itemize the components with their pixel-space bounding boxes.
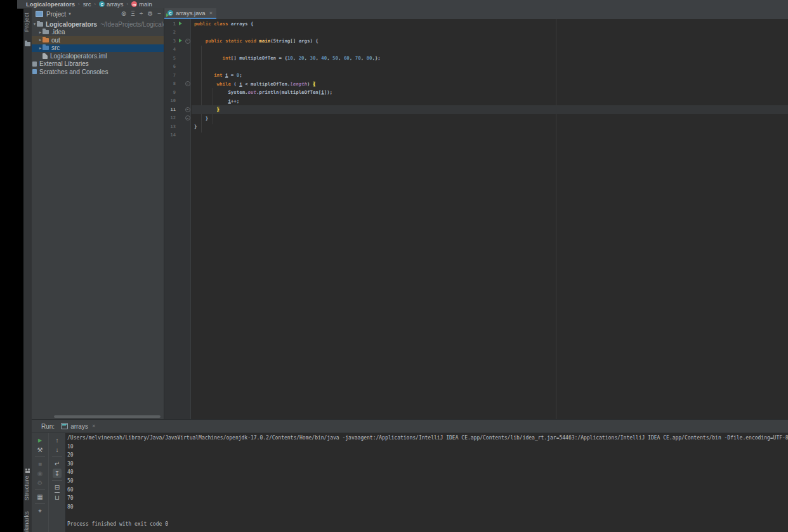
code-line-7[interactable]: 7 int i = 0; <box>164 71 788 80</box>
dump-threads-icon[interactable]: ◉ <box>37 469 43 478</box>
line-number[interactable]: 10 <box>164 98 177 103</box>
hide-panel-icon[interactable]: − <box>157 11 161 17</box>
fold-marker-icon[interactable]: − <box>185 115 190 120</box>
tool-window-button-project[interactable]: Project <box>23 13 32 32</box>
tree-item--idea[interactable]: ▸.idea <box>32 29 164 37</box>
chevron-icon[interactable]: ▾ <box>32 22 37 27</box>
tool-window-button-bookmarks[interactable]: Bookmarks <box>23 511 32 532</box>
line-number[interactable]: 9 <box>164 90 177 95</box>
collapse-all-icon[interactable]: ÷ <box>140 11 143 17</box>
code-text[interactable]: System.out.println(multipleOfTen[i]); <box>192 88 788 97</box>
fold-start-icon[interactable]: − <box>183 81 192 86</box>
code-line-8[interactable]: 8− while ( i < multipleOfTen.length) { <box>164 80 788 89</box>
soft-wrap-icon[interactable]: ↵ <box>55 459 60 469</box>
locate-icon[interactable]: ⊗ <box>121 11 126 17</box>
down-arrow-icon[interactable]: ↓ <box>56 445 59 455</box>
code-line-10[interactable]: 10 i++; <box>164 97 788 106</box>
run-tab-arrays[interactable]: arrays ✕ <box>61 423 96 430</box>
expand-all-icon[interactable]: Ξ <box>131 11 135 17</box>
code-text[interactable]: } <box>192 122 788 131</box>
tree-item-scratches-and-consoles[interactable]: Scratches and Consoles <box>32 68 164 76</box>
code-line-13[interactable]: 13} <box>164 122 788 131</box>
code-line-4[interactable]: 4 <box>164 46 788 55</box>
code-text[interactable]: public class arrays { <box>192 20 788 29</box>
fold-marker-icon[interactable]: − <box>185 107 190 112</box>
profiler-icon[interactable]: ⚙ <box>37 478 43 488</box>
line-number[interactable]: 4 <box>164 47 177 52</box>
trash-icon[interactable]: ⊔ <box>55 492 60 502</box>
chevron-icon[interactable]: ▸ <box>38 37 43 42</box>
code-line-12[interactable]: 12− } <box>164 114 788 123</box>
code-text[interactable]: i++; <box>192 97 788 106</box>
breadcrumb-item-arrays[interactable]: Carrays <box>99 1 123 8</box>
chevron-icon[interactable]: ▸ <box>38 46 43 51</box>
code-line-5[interactable]: 5 int[] multipleOfTen = {10, 20, 30, 40,… <box>164 54 788 63</box>
run-line-icon[interactable] <box>177 38 183 44</box>
code-text[interactable] <box>192 29 788 37</box>
line-number[interactable]: 12 <box>164 115 177 120</box>
code-line-14[interactable]: 14 <box>164 131 788 140</box>
chevron-icon[interactable]: ▸ <box>38 30 43 35</box>
code-line-2[interactable]: 2 <box>164 29 788 37</box>
code-line-6[interactable]: 6 <box>164 63 788 72</box>
run-triangle-icon[interactable] <box>179 22 182 25</box>
line-number[interactable]: 11 <box>164 107 177 112</box>
code-text[interactable] <box>192 131 788 140</box>
line-number[interactable]: 5 <box>164 56 177 61</box>
rerun-icon[interactable]: ▶ <box>38 436 42 445</box>
breadcrumb-item-main[interactable]: mmain <box>131 1 152 8</box>
stop-icon[interactable]: ■ <box>38 459 42 469</box>
code-area[interactable]: 1public class arrays {23− public static … <box>164 19 788 420</box>
print-icon[interactable]: ⊟ <box>55 483 60 492</box>
settings-wrench-icon[interactable]: ⚒ <box>37 445 43 455</box>
tree-item-src[interactable]: ▸src <box>32 44 164 53</box>
code-text[interactable]: public static void main(String[] args) { <box>192 37 788 46</box>
horizontal-scrollbar[interactable] <box>54 415 161 418</box>
breadcrumb-label: Logicaloperators <box>26 1 75 8</box>
close-icon[interactable]: ✕ <box>92 424 96 429</box>
code-text[interactable]: int[] multipleOfTen = {10, 20, 30, 40, 5… <box>192 54 788 63</box>
line-number[interactable]: 14 <box>164 133 177 138</box>
code-line-1[interactable]: 1public class arrays { <box>164 20 788 29</box>
code-text[interactable]: int i = 0; <box>192 71 788 80</box>
code-line-11[interactable]: 11− } <box>164 105 788 114</box>
close-icon[interactable]: ✕ <box>209 11 213 16</box>
line-number[interactable]: 1 <box>164 22 177 27</box>
code-text[interactable]: while ( i < multipleOfTen.length) { <box>192 80 788 89</box>
breadcrumb-item-Logicaloperators[interactable]: Logicaloperators <box>26 1 75 8</box>
run-line-icon[interactable] <box>177 21 183 27</box>
tree-item-logicaloperators-iml[interactable]: Logicaloperators.iml <box>32 52 164 60</box>
run-triangle-icon[interactable] <box>179 39 182 42</box>
code-text[interactable] <box>192 46 788 55</box>
restore-layout-icon[interactable]: ▦ <box>37 492 43 502</box>
code-text[interactable] <box>192 63 788 72</box>
fold-start-icon[interactable]: − <box>183 39 192 44</box>
editor-tab-arrays-java[interactable]: C arrays.java ✕ <box>164 8 216 19</box>
console-output[interactable]: /Users/melvinensah/Library/Java/JavaVirt… <box>65 433 788 532</box>
fold-end-icon[interactable]: − <box>183 107 192 112</box>
code-text[interactable]: } <box>192 114 788 123</box>
line-number[interactable]: 13 <box>164 124 177 129</box>
code-text[interactable]: } <box>192 105 788 114</box>
tree-item-logicaloperators[interactable]: ▾Logicaloperators~/IdeaProjects/Logicalo… <box>32 20 164 29</box>
settings-gear-icon[interactable]: ⚙ <box>147 11 153 17</box>
line-number[interactable]: 3 <box>164 39 177 44</box>
code-token: , <box>327 55 332 61</box>
fold-marker-icon[interactable]: − <box>185 81 190 86</box>
code-line-3[interactable]: 3− public static void main(String[] args… <box>164 37 788 46</box>
fold-marker-icon[interactable]: − <box>185 39 190 44</box>
up-arrow-icon[interactable]: ↑ <box>56 436 59 445</box>
breadcrumb-item-src[interactable]: src <box>83 1 91 8</box>
line-number[interactable]: 2 <box>164 30 177 35</box>
line-number[interactable]: 8 <box>164 81 177 86</box>
tool-window-button-structure[interactable]: Structure <box>23 476 32 500</box>
chevron-down-icon[interactable]: ▾ <box>69 11 71 16</box>
line-number[interactable]: 7 <box>164 73 177 78</box>
line-number[interactable]: 6 <box>164 64 177 69</box>
tree-item-external-libraries[interactable]: External Libraries <box>32 60 164 68</box>
scroll-to-end-icon[interactable]: ↧ <box>53 469 62 478</box>
code-line-9[interactable]: 9 System.out.println(multipleOfTen[i]); <box>164 88 788 97</box>
fold-end-icon[interactable]: − <box>183 115 192 120</box>
tree-item-out[interactable]: ▸out <box>32 36 164 44</box>
pin-icon[interactable]: ⌖ <box>38 506 42 516</box>
